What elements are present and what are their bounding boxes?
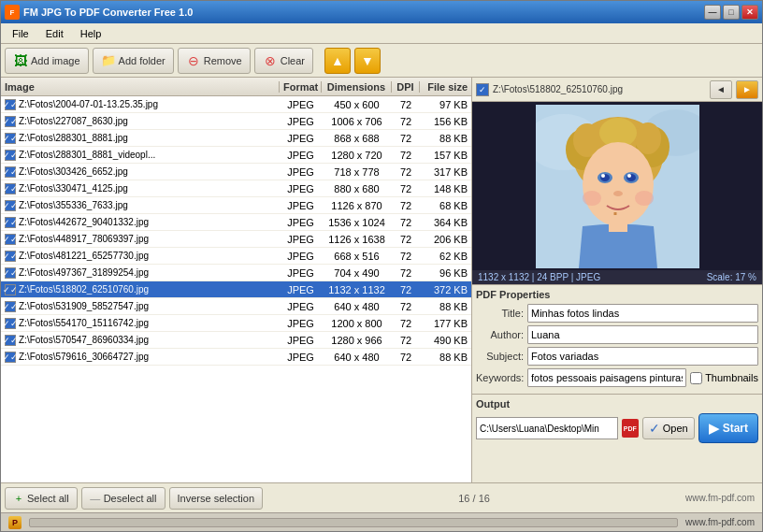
start-button[interactable]: ▶ Start [698, 413, 758, 443]
svg-point-15 [627, 174, 631, 178]
file-dpi: 72 [392, 234, 420, 245]
file-path: Z:\Fotos\531909_58527547.jpg [19, 301, 149, 311]
file-dpi: 72 [392, 251, 420, 262]
file-size: 372 KB [420, 284, 471, 295]
pdf-properties: PDF Properties Title: Author: Subject: K… [472, 284, 762, 394]
deselect-all-button[interactable]: — Deselect all [81, 487, 166, 510]
select-all-button[interactable]: + Select all [5, 487, 78, 510]
row-checkbox[interactable]: ✓ [5, 352, 16, 363]
add-image-button[interactable]: 🖼 Add image [5, 48, 89, 74]
remove-icon: ⊖ [186, 53, 201, 68]
row-checkbox[interactable]: ✓ [5, 267, 16, 279]
file-format: JPEG [280, 99, 322, 110]
table-row[interactable]: ✓ Z:\Fotos\442672_90401332.jpg JPEG 1536… [1, 214, 471, 231]
table-row[interactable]: ✓ Z:\Fotos\579616_30664727.jpg JPEG 640 … [1, 349, 471, 366]
preview-image [536, 105, 699, 268]
row-checkbox[interactable]: ✓ [5, 150, 16, 161]
menu-bar: File Edit Help [1, 23, 762, 44]
table-row[interactable]: ✓ Z:\Fotos\288301_8881.jpg JPEG 868 x 68… [1, 130, 471, 147]
add-folder-icon: 📁 [101, 53, 116, 68]
row-checkbox[interactable]: ✓ [5, 200, 16, 211]
bottom-bar: + Select all — Deselect all Inverse sele… [1, 482, 762, 512]
table-row[interactable]: ✓ Z:\Fotos\2004-07-01-13.25.35.jpg JPEG … [1, 96, 471, 113]
file-size: 68 KB [420, 200, 471, 211]
col-header-image: Image [1, 81, 280, 93]
file-dimensions: 1132 x 1132 [322, 284, 392, 295]
col-header-dimensions: Dimensions [322, 81, 392, 93]
table-row[interactable]: ✓ Z:\Fotos\330471_4125.jpg JPEG 880 x 68… [1, 180, 471, 197]
table-row[interactable]: ✓ Z:\Fotos\355336_7633.jpg JPEG 1126 x 8… [1, 197, 471, 214]
inverse-selection-button[interactable]: Inverse selection [169, 487, 264, 510]
thumbnails-checkbox[interactable] [690, 372, 702, 384]
file-dpi: 72 [392, 267, 420, 279]
add-folder-button[interactable]: 📁 Add folder [93, 48, 174, 74]
file-dimensions: 640 x 480 [322, 301, 392, 312]
table-row[interactable]: ✓ Z:\Fotos\303426_6652.jpg JPEG 718 x 77… [1, 164, 471, 180]
table-row[interactable]: ✓ Z:\Fotos\531909_58527547.jpg JPEG 640 … [1, 298, 471, 315]
svg-point-21 [635, 191, 654, 206]
table-row[interactable]: ✓ Z:\Fotos\227087_8630.jpg JPEG 1006 x 7… [1, 113, 471, 130]
move-up-button[interactable]: ▲ [324, 48, 351, 74]
preview-prev-button[interactable]: ◄ [710, 80, 732, 99]
keywords-input[interactable] [527, 368, 686, 387]
menu-edit[interactable]: Edit [38, 26, 71, 41]
row-checkbox[interactable]: ✓ [5, 166, 16, 178]
table-row[interactable]: ✓ Z:\Fotos\481221_65257730.jpg JPEG 668 … [1, 248, 471, 265]
file-dimensions: 704 x 490 [322, 267, 392, 279]
menu-help[interactable]: Help [73, 26, 109, 41]
file-dpi: 72 [392, 183, 420, 194]
row-checkbox[interactable]: ✓ [5, 133, 16, 144]
file-dimensions: 1280 x 966 [322, 335, 392, 346]
subject-input[interactable] [527, 347, 758, 366]
clear-button[interactable]: ⊗ Clear [254, 48, 313, 74]
file-path: Z:\Fotos\481221_65257730.jpg [19, 251, 149, 261]
row-checkbox[interactable]: ✓ [5, 183, 16, 194]
file-size: 96 KB [420, 267, 471, 279]
preview-checkbox[interactable]: ✓ [476, 83, 489, 96]
title-input[interactable] [527, 304, 758, 323]
file-dimensions: 718 x 778 [322, 166, 392, 178]
output-section: Output C:\Users\Luana\Desktop\Min PDF ✓ … [472, 394, 762, 447]
row-checkbox[interactable]: ✓ [5, 251, 16, 262]
file-dpi: 72 [392, 99, 420, 110]
close-button[interactable]: ✕ [741, 5, 758, 20]
table-row[interactable]: ✓ Z:\Fotos\518802_62510760.jpg JPEG 1132… [1, 281, 471, 298]
row-checkbox[interactable]: ✓ [5, 284, 16, 295]
row-checkbox[interactable]: ✓ [5, 116, 16, 127]
table-row[interactable]: ✓ Z:\Fotos\570547_86960334.jpg JPEG 1280… [1, 332, 471, 349]
file-dpi: 72 [392, 200, 420, 211]
table-row[interactable]: ✓ Z:\Fotos\497367_31899254.jpg JPEG 704 … [1, 265, 471, 281]
file-dpi: 72 [392, 301, 420, 312]
row-checkbox[interactable]: ✓ [5, 234, 16, 245]
preview-next-button[interactable]: ► [736, 80, 758, 99]
table-row[interactable]: ✓ Z:\Fotos\554170_15116742.jpg JPEG 1200… [1, 315, 471, 332]
file-count: 16 / 16 [266, 493, 682, 504]
row-checkbox[interactable]: ✓ [5, 318, 16, 329]
file-format: JPEG [280, 284, 322, 295]
open-button[interactable]: ✓ Open [642, 417, 695, 439]
file-list-body[interactable]: ✓ Z:\Fotos\2004-07-01-13.25.35.jpg JPEG … [1, 96, 471, 482]
move-down-button[interactable]: ▼ [354, 48, 381, 74]
row-checkbox[interactable]: ✓ [5, 217, 16, 228]
svg-point-14 [601, 174, 605, 178]
deselect-all-icon: — [90, 493, 101, 504]
file-size: 317 KB [420, 166, 471, 178]
title-bar: F FM JPG To PDF Converter Free 1.0 — □ ✕ [1, 1, 762, 23]
menu-file[interactable]: File [5, 26, 36, 41]
file-path: Z:\Fotos\227087_8630.jpg [19, 116, 128, 126]
preview-filename: Z:\Fotos\518802_62510760.jpg [493, 84, 706, 94]
author-input[interactable] [527, 325, 758, 344]
remove-button[interactable]: ⊖ Remove [178, 48, 251, 74]
file-dimensions: 640 x 480 [322, 352, 392, 363]
minimize-button[interactable]: — [704, 5, 721, 20]
file-dimensions: 1126 x 870 [322, 200, 392, 211]
table-row[interactable]: ✓ Z:\Fotos\448917_78069397.jpg JPEG 1126… [1, 231, 471, 248]
row-checkbox[interactable]: ✓ [5, 301, 16, 312]
file-path: Z:\Fotos\579616_30664727.jpg [19, 352, 149, 362]
table-row[interactable]: ✓ Z:\Fotos\288301_8881_videopl... JPEG 1… [1, 147, 471, 164]
maximize-button[interactable]: □ [723, 5, 740, 20]
file-format: JPEG [280, 183, 322, 194]
status-p-icon: P [8, 516, 22, 529]
row-checkbox[interactable]: ✓ [5, 99, 16, 110]
row-checkbox[interactable]: ✓ [5, 335, 16, 346]
